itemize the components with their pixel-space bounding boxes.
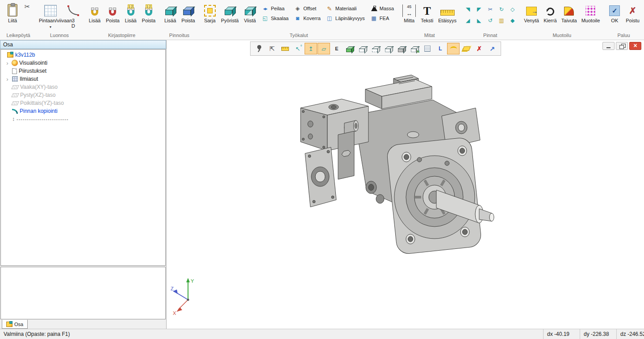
surface-tool-8-button[interactable] [485,15,495,25]
model-3d-view[interactable] [167,40,644,329]
tree-item-root[interactable]: k3v112b [1,51,165,59]
snap-corner-tool[interactable] [266,43,278,54]
dimension-button[interactable]: 45 Mitta [401,1,418,24]
corner-arrow-icon [269,45,275,52]
layers-tool[interactable]: L [434,43,447,54]
surface-tool-9-button[interactable] [496,15,506,25]
scale-button[interactable]: Skaalaa [259,13,291,23]
magnet-add-icon [91,8,98,16]
ribbon-group-tyokalut: Sarja Pyöristä Viistä Peilaa Skaalaa Off… [199,1,399,40]
fillet-button[interactable]: Pyöristä [219,1,241,24]
surface-tool-7-button[interactable] [474,15,484,25]
outline-cube-icon [385,48,390,52]
coating-remove-button[interactable]: Poista [180,1,197,24]
surface-tool-2-button[interactable] [474,4,484,14]
restore-button[interactable] [616,42,628,50]
wireframe-view-tool[interactable] [356,43,369,54]
transparency-button[interactable]: Läpinäkyvyys [324,13,367,23]
surface-tool-6-button[interactable] [463,15,473,25]
offset-button[interactable]: Offset [292,4,323,13]
exit-button[interactable]: Poistu [624,1,641,24]
snap-plane-tool[interactable] [318,43,330,54]
text-label: Teksti [421,18,433,23]
pattern-button[interactable]: Sarja [201,1,218,24]
fea-button[interactable]: FEA [368,13,396,23]
work-plane-icon [11,85,19,89]
library-add-label: Lisää [89,18,100,23]
surface-tool-1-button[interactable] [463,4,473,14]
work-planes-tool[interactable] [460,43,473,54]
cut-button[interactable] [22,1,33,12]
tree-item-xz-plane[interactable]: Pysty(XZ)-taso [1,91,165,99]
hidden-lines-view-tool[interactable] [369,43,382,54]
surface-tool-3-button[interactable] [485,4,495,14]
chevron-right-icon[interactable] [4,60,10,66]
main-area: Osa k3v112b Visualisointi Piirustukset I… [0,40,644,329]
pattern-label: Sarja [204,18,216,23]
delete-face-tool[interactable] [473,43,485,54]
pin-icon [255,44,263,53]
status-coordinates: dx -40.19 dy -226.38 dz -246.52 [543,329,644,339]
tree-item-ilmiasut[interactable]: Ilmiasut [1,75,165,83]
normals-view-tool[interactable]: N [408,43,421,54]
viewport-3d[interactable]: E N L Y Z [167,40,644,329]
library-pair-remove-button[interactable]: 1 2 Poista [140,1,158,24]
snap-axis-tool[interactable] [305,43,317,54]
stretch-button[interactable]: Venytä [522,1,541,24]
material-icon [326,5,333,12]
paste-button[interactable]: Liitä [4,1,21,24]
fillet-label: Pyöristä [221,18,239,23]
tree-item-visualisointi[interactable]: Visualisointi [1,59,165,67]
clipboard-paste-icon [8,4,17,17]
measure-tool[interactable] [279,43,291,54]
spline-edit-tool[interactable] [447,43,460,54]
chamfer-button[interactable]: Viistä [241,1,258,24]
hollow-button[interactable]: Koverra [292,13,323,23]
minimize-button[interactable] [602,42,615,50]
surface-tool-5-button[interactable] [507,4,518,14]
chevron-right-icon[interactable] [4,76,10,83]
pattern-icon [204,5,216,17]
stretch-icon [526,7,537,16]
exit-icon [629,6,636,15]
feature-list-tool[interactable] [421,43,434,54]
mass-weight-icon [371,5,377,12]
fillet-cube-icon [225,9,232,15]
drawing-page-icon [12,68,17,74]
library-feature-remove-button[interactable]: Poista [104,1,121,24]
material-button[interactable]: Materiaali [324,4,367,13]
mass-button[interactable]: Massa [368,4,396,13]
tree-item-piirustukset[interactable]: Piirustukset [1,67,165,75]
tab-osa[interactable]: Osa [2,320,28,329]
tree-item-pinnan-kopiointi[interactable]: Pinnan kopiointi [1,107,165,115]
chamfer-label: Viistä [244,18,256,23]
mirror-button[interactable]: Peilaa [259,4,291,13]
bend-button[interactable]: Taivuta [560,1,579,24]
dimension-icon-value: 45 [407,4,411,9]
tree-item-centerline[interactable]: ------------------------- [1,115,165,123]
gray-view-tool[interactable] [395,43,408,54]
surface-tool-10-button[interactable] [507,15,518,25]
coating-add-button[interactable]: Lisää [162,1,179,24]
library-feature-add-button[interactable]: Lisää [86,1,103,24]
pin-tool[interactable] [253,43,265,54]
snap-angle-tool[interactable] [292,43,304,54]
surface-tool-4-button[interactable] [496,4,506,14]
move-face-tool[interactable] [486,43,498,54]
tree-item-xy-plane[interactable]: Vaaka(XY)-taso [1,83,165,91]
shaded-view-tool[interactable] [343,43,356,54]
library-pair-add-button[interactable]: 1 2 Lisää [122,1,139,24]
ok-button[interactable]: OK [606,1,623,24]
sketch-3d-button[interactable]: 3 D [65,1,82,30]
text-button[interactable]: T Teksti [418,1,435,24]
twist-button[interactable]: Kierrä [542,1,559,24]
deform-button[interactable]: Muotoile [580,1,602,24]
distance-button[interactable]: Etäisyys [436,1,458,24]
sketch-on-face-button[interactable]: Pintaan/viivaan [37,1,64,30]
outline-view-tool[interactable] [382,43,395,54]
pick-entity-tool[interactable]: E [330,43,343,54]
tree-item-yz-plane[interactable]: Poikittais(YZ)-taso [1,99,165,107]
model-tree-panel: Osa k3v112b Visualisointi Piirustukset I… [0,40,167,329]
close-button[interactable] [629,42,641,50]
chamfer-cube-icon [245,9,252,15]
